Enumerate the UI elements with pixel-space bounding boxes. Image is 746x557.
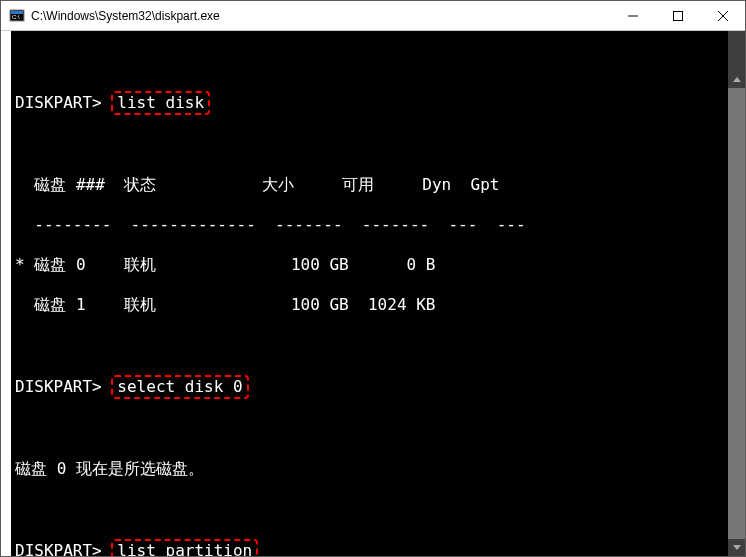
- scrollbar[interactable]: [728, 31, 745, 556]
- terminal-line: DISKPART> list disk: [15, 91, 741, 115]
- scroll-track[interactable]: [728, 48, 745, 539]
- terminal-line: [15, 499, 741, 519]
- titlebar[interactable]: C:\ C:\Windows\System32\diskpart.exe: [1, 1, 745, 31]
- terminal-body[interactable]: DISKPART> list disk 磁盘 ### 状态 大小 可用 Dyn …: [1, 31, 745, 556]
- svg-rect-4: [673, 11, 682, 20]
- select-disk-msg: 磁盘 0 现在是所选磁盘。: [15, 459, 741, 479]
- prompt: DISKPART>: [15, 93, 102, 112]
- terminal-line: [15, 419, 741, 439]
- cmd-list-partition: list partition: [111, 539, 258, 556]
- terminal-line: [15, 135, 741, 155]
- disk-table-sep: -------- ------------- ------- ------- -…: [15, 215, 741, 235]
- disk-row: * 磁盘 0 联机 100 GB 0 B: [15, 255, 741, 275]
- scroll-down-button[interactable]: [728, 539, 745, 556]
- window-title: C:\Windows\System32\diskpart.exe: [31, 9, 610, 23]
- prompt: DISKPART>: [15, 541, 102, 556]
- disk-table-header: 磁盘 ### 状态 大小 可用 Dyn Gpt: [15, 175, 741, 195]
- minimize-button[interactable]: [610, 1, 655, 31]
- cmd-list-disk: list disk: [111, 91, 210, 115]
- terminal-line: DISKPART> list partition: [15, 539, 741, 556]
- terminal-line: DISKPART> select disk 0: [15, 375, 741, 399]
- disk-row: 磁盘 1 联机 100 GB 1024 KB: [15, 295, 741, 315]
- terminal-line: [15, 51, 741, 71]
- app-icon: C:\: [9, 8, 25, 24]
- prompt: DISKPART>: [15, 377, 102, 396]
- scroll-thumb[interactable]: [728, 88, 745, 556]
- maximize-button[interactable]: [655, 1, 700, 31]
- diskpart-window: C:\ C:\Windows\System32\diskpart.exe DIS…: [0, 0, 746, 557]
- close-button[interactable]: [700, 1, 745, 31]
- svg-text:C:\: C:\: [12, 14, 20, 20]
- window-controls: [610, 1, 745, 31]
- terminal-line: [15, 335, 741, 355]
- cmd-select-disk: select disk 0: [111, 375, 248, 399]
